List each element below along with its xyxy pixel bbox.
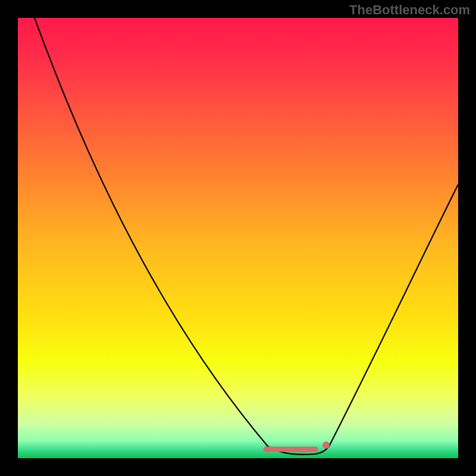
chart-plot-area	[18, 18, 458, 458]
valley-dot-left	[264, 446, 270, 452]
chart-svg	[18, 18, 458, 458]
main-curve	[35, 18, 458, 455]
valley-dot-right	[322, 441, 330, 449]
attribution-text: TheBottleneck.com	[349, 2, 470, 18]
